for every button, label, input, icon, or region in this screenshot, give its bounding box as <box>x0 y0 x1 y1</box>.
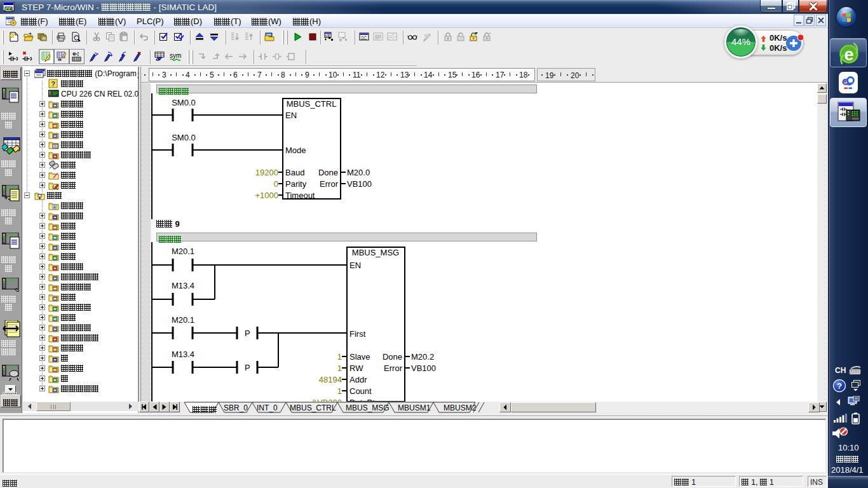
svg-text:M13.4: M13.4 <box>172 281 194 290</box>
svg-text:First: First <box>349 329 366 339</box>
svg-text:Baud: Baud <box>285 168 304 177</box>
svg-text:Count: Count <box>349 386 372 396</box>
svg-text:M20.2: M20.2 <box>411 352 434 362</box>
svg-text:1: 1 <box>337 386 342 396</box>
svg-text:Addr: Addr <box>349 375 367 384</box>
svg-text:+1000: +1000 <box>255 191 278 200</box>
svg-text:Parity: Parity <box>285 179 307 189</box>
svg-text:?: ? <box>51 80 55 88</box>
svg-text:Error: Error <box>320 179 339 189</box>
svg-text:19200: 19200 <box>255 168 278 177</box>
svg-text:Done: Done <box>318 168 338 177</box>
svg-text:Mode: Mode <box>285 146 306 155</box>
svg-text:SM0.0: SM0.0 <box>172 133 196 142</box>
svg-text:P: P <box>245 329 250 338</box>
svg-text:SM0.0: SM0.0 <box>172 98 196 107</box>
svg-text:M20.0: M20.0 <box>347 168 370 177</box>
svg-text:M20.1: M20.1 <box>172 247 194 256</box>
svg-text:MBUS_MSG: MBUS_MSG <box>352 248 399 257</box>
svg-text:1: 1 <box>337 363 342 373</box>
svg-text:M13.4: M13.4 <box>172 349 194 359</box>
svg-text:e: e <box>844 45 853 64</box>
svg-text:48194: 48194 <box>319 375 342 384</box>
svg-text:Error: Error <box>384 363 403 373</box>
svg-text:RW: RW <box>349 363 363 373</box>
svg-text:EN: EN <box>349 261 361 270</box>
svg-text:EN: EN <box>285 111 297 120</box>
svg-text:Timeout: Timeout <box>285 191 315 200</box>
svg-text:M20.1: M20.1 <box>172 315 194 325</box>
svg-text:?: ? <box>837 381 842 391</box>
svg-text:sym: sym <box>170 52 181 59</box>
svg-text:VB100: VB100 <box>347 179 372 189</box>
svg-text:Slave: Slave <box>349 352 370 362</box>
svg-text:1: 1 <box>337 352 342 362</box>
svg-text:T: T <box>472 37 475 41</box>
svg-text:VB100: VB100 <box>411 363 436 373</box>
svg-text:P: P <box>245 363 250 372</box>
svg-text:0: 0 <box>274 179 278 189</box>
svg-text:MBUS_CTRL: MBUS_CTRL <box>287 99 337 109</box>
svg-text:Done: Done <box>383 352 402 362</box>
